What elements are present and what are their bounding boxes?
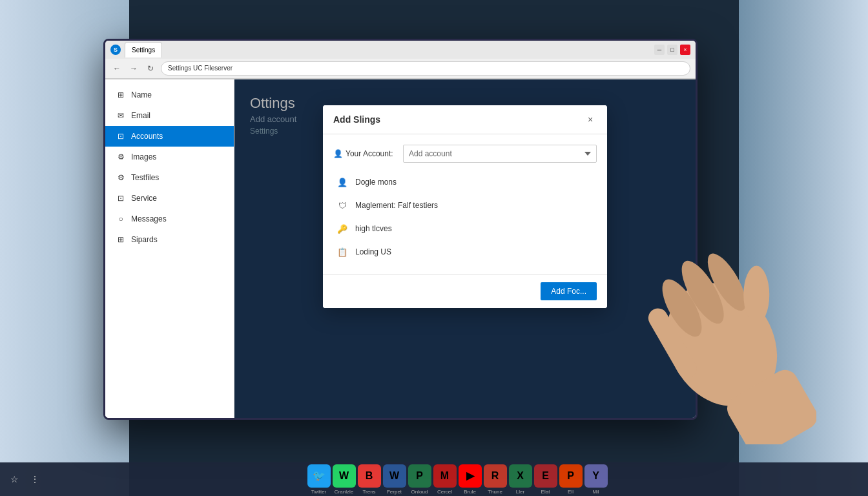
taskbar-app-cranlzle[interactable]: W Cranlzle <box>333 464 356 495</box>
messages-icon: ○ <box>116 214 126 224</box>
sidebar-item-images[interactable]: ⚙ Images <box>105 147 234 167</box>
address-bar[interactable]: Settings UC Fileserver <box>161 61 690 76</box>
sidebar-item-accounts-label: Accounts <box>131 132 163 141</box>
ell-icon: P <box>559 464 583 488</box>
taskbar-left: ☆ ⋮ <box>5 470 44 488</box>
browser-tab[interactable]: Settings <box>125 42 162 57</box>
taskbar-app-mil[interactable]: Y Mil <box>584 464 608 495</box>
dialog-close-button[interactable]: × <box>584 113 597 126</box>
twitter-icon: 🐦 <box>307 464 331 488</box>
bg-right <box>739 0 868 496</box>
maximize-button[interactable]: □ <box>667 45 677 55</box>
cercel-icon: M <box>433 464 457 488</box>
taskbar: ☆ ⋮ 🐦 Twitter W Cranlzle B Trens W Ferpe… <box>0 462 868 496</box>
taskbar-app-trens[interactable]: B Trens <box>358 464 381 495</box>
sidebar-item-testfiles[interactable]: ⚙ Testfiles <box>105 167 234 188</box>
mil-icon: Y <box>584 464 608 488</box>
sidebar-item-name-label: Name <box>131 90 152 99</box>
sidebar-item-sipards-label: Sipards <box>131 235 158 244</box>
sidebar-item-email-label: Email <box>131 111 150 120</box>
taskbar-app-twitter[interactable]: 🐦 Twitter <box>307 464 331 495</box>
sidebar-item-messages[interactable]: ○ Messages <box>105 209 234 229</box>
tab-area: Settings <box>125 42 650 57</box>
ferpet-label: Ferpet <box>387 489 402 495</box>
taskbar-app-ferpet[interactable]: W Ferpet <box>383 464 406 495</box>
mil-label: Mil <box>592 489 599 495</box>
taskbar-star-button[interactable]: ☆ <box>5 470 23 488</box>
account-field-label: 👤 Your Account: <box>333 149 398 158</box>
onloud-label: Onloud <box>411 489 428 495</box>
sidebar: ⊞ Name ✉ Email ⊡ Accounts ⚙ Images ⚙ Tes… <box>105 79 234 418</box>
high-tlcves-icon: 🔑 <box>336 222 349 235</box>
dialog-overlay: Add Slings × 👤 Your Account: Add a <box>234 79 696 418</box>
option-loding-us-label: Loding US <box>355 247 391 256</box>
ferpet-icon: W <box>383 464 406 488</box>
ller-icon: X <box>509 464 532 488</box>
taskbar-app-ller[interactable]: X Ller <box>509 464 532 495</box>
thune-icon: R <box>484 464 507 488</box>
refresh-button[interactable]: ↻ <box>144 62 157 75</box>
trens-icon: B <box>358 464 381 488</box>
sidebar-item-images-label: Images <box>131 152 156 161</box>
browser-titlebar: S Settings ─ □ × <box>105 41 696 59</box>
email-icon: ✉ <box>116 110 126 121</box>
cranlzle-icon: W <box>333 464 356 488</box>
taskbar-app-elat[interactable]: E Elat <box>534 464 557 495</box>
sidebar-item-messages-label: Messages <box>131 214 167 223</box>
sidebar-item-accounts[interactable]: ⊡ Accounts <box>105 126 234 147</box>
option-high-tlcves-label: high tlcves <box>355 224 392 233</box>
add-button[interactable]: Add Foc... <box>541 282 597 300</box>
taskbar-menu-button[interactable]: ⋮ <box>26 470 44 488</box>
option-high-tlcves[interactable]: 🔑 high tlcves <box>333 217 597 240</box>
option-dogle-mons[interactable]: 👤 Dogle mons <box>333 170 597 194</box>
sidebar-item-name[interactable]: ⊞ Name <box>105 85 234 105</box>
forward-button[interactable]: → <box>127 62 140 75</box>
taskbar-app-cercel[interactable]: M Cercel <box>433 464 457 495</box>
taskbar-apps: 🐦 Twitter W Cranlzle B Trens W Ferpet P … <box>52 464 863 495</box>
name-icon: ⊞ <box>116 90 126 100</box>
option-loding-us[interactable]: 📋 Loding US <box>333 240 597 264</box>
dialog-body: 👤 Your Account: Add account 👤 Dogle mons <box>323 134 607 274</box>
sidebar-item-email[interactable]: ✉ Email <box>105 105 234 126</box>
browser-logo-icon: S <box>110 45 121 55</box>
option-maglement[interactable]: 🛡 Maglement: Falf testiers <box>333 194 597 217</box>
accounts-icon: ⊡ <box>116 131 126 141</box>
elat-icon: E <box>534 464 557 488</box>
option-dogle-mons-label: Dogle mons <box>355 178 397 187</box>
browser-toolbar: ← → ↻ Settings UC Fileserver <box>105 59 696 79</box>
account-person-icon: 👤 <box>333 149 343 158</box>
cercel-label: Cercel <box>437 489 452 495</box>
sidebar-item-sipards[interactable]: ⊞ Sipards <box>105 229 234 250</box>
brule-icon: ▶ <box>459 464 482 488</box>
onloud-icon: P <box>408 464 431 488</box>
taskbar-app-onloud[interactable]: P Onloud <box>408 464 431 495</box>
twitter-label: Twitter <box>311 489 327 495</box>
option-maglement-label: Maglement: Falf testiers <box>355 201 438 210</box>
sidebar-item-service[interactable]: ⊡ Service <box>105 188 234 209</box>
cranlzle-label: Cranlzle <box>335 489 353 495</box>
sipards-icon: ⊞ <box>116 234 126 245</box>
add-slings-dialog: Add Slings × 👤 Your Account: Add a <box>323 105 607 308</box>
back-button[interactable]: ← <box>110 62 123 75</box>
browser-chrome: S Settings ─ □ × ← → ↻ Settings UC Files… <box>105 41 696 79</box>
monitor-frame: S Settings ─ □ × ← → ↻ Settings UC Files… <box>103 39 698 420</box>
maglement-icon: 🛡 <box>336 199 349 212</box>
trens-label: Trens <box>362 489 375 495</box>
brule-label: Brule <box>464 489 476 495</box>
minimize-button[interactable]: ─ <box>654 45 665 55</box>
close-button[interactable]: × <box>680 45 690 55</box>
ller-label: Ller <box>516 489 524 495</box>
thune-label: Thune <box>488 489 502 495</box>
taskbar-app-thune[interactable]: R Thune <box>484 464 507 495</box>
main-area: Ottings Add account Settings Add Slings … <box>234 79 696 418</box>
sidebar-item-service-label: Service <box>131 194 157 203</box>
loding-us-icon: 📋 <box>336 245 349 258</box>
account-select[interactable]: Add account <box>403 145 597 163</box>
taskbar-app-ell[interactable]: P Ell <box>559 464 583 495</box>
sidebar-item-testfiles-label: Testfiles <box>131 173 159 182</box>
dialog-header: Add Slings × <box>323 105 607 134</box>
ell-label: Ell <box>568 489 574 495</box>
taskbar-app-brule[interactable]: ▶ Brule <box>459 464 482 495</box>
tab-label: Settings <box>132 46 155 54</box>
address-text: Settings UC Fileserver <box>168 65 232 72</box>
